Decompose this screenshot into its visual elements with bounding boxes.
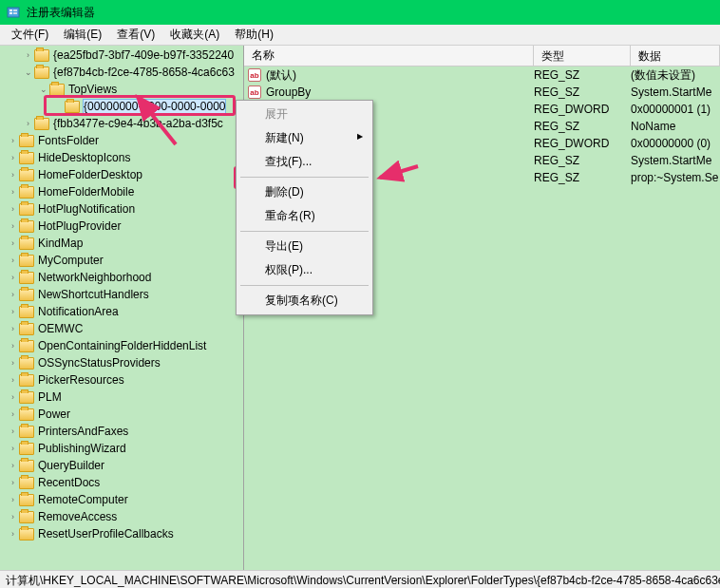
- folder-icon: [19, 443, 34, 455]
- list-row[interactable]: abGroupByREG_SZSystem.StartMe: [244, 84, 720, 101]
- folder-icon: [65, 101, 80, 113]
- column-data[interactable]: 数据: [631, 46, 720, 66]
- folder-icon: [19, 289, 34, 301]
- chevron-right-icon[interactable]: ›: [8, 495, 18, 505]
- tree-item[interactable]: ›PublishingWizard: [0, 440, 243, 457]
- tree-item[interactable]: ›OEMWC: [0, 320, 243, 337]
- chevron-right-icon[interactable]: ›: [23, 50, 33, 61]
- chevron-right-icon[interactable]: ›: [8, 324, 18, 334]
- svg-rect-3: [13, 9, 17, 11]
- menu-file[interactable]: 文件(F): [4, 25, 56, 45]
- tree-item[interactable]: ›Power: [0, 406, 243, 423]
- menu-help[interactable]: 帮助(H): [227, 25, 281, 45]
- tree-item[interactable]: ⌄TopViews: [0, 81, 243, 98]
- chevron-right-icon[interactable]: ›: [8, 273, 18, 283]
- context-menu[interactable]: 展开 新建(N) 查找(F)... 删除(D) 重命名(R) 导出(E) 权限(…: [236, 100, 373, 315]
- tree-item[interactable]: ›PLM: [0, 389, 243, 406]
- string-value-icon: ab: [248, 68, 261, 82]
- tree-item-label: Power: [38, 408, 70, 421]
- tree-item[interactable]: ›NotificationArea: [0, 303, 243, 320]
- chevron-right-icon[interactable]: ›: [8, 204, 18, 215]
- tree-item[interactable]: ›KindMap: [0, 235, 243, 252]
- chevron-right-icon[interactable]: ›: [8, 221, 18, 232]
- tree-item[interactable]: ›PrintersAndFaxes: [0, 423, 243, 440]
- tree-item[interactable]: {00000000-0000-0000-0000: [0, 98, 243, 115]
- chevron-right-icon[interactable]: ›: [8, 238, 18, 249]
- chevron-down-icon[interactable]: ⌄: [38, 85, 48, 95]
- tree-item[interactable]: ›{fbb3477e-c9e4-4b3b-a2ba-d3f5c: [0, 115, 243, 132]
- folder-icon: [19, 374, 34, 387]
- value-data: 0x00000001 (1): [631, 103, 720, 116]
- tree-item[interactable]: ›PickerResources: [0, 371, 243, 389]
- tree-item[interactable]: ›RecentDocs: [0, 474, 243, 491]
- folder-icon: [19, 391, 34, 404]
- ctx-export[interactable]: 导出(E): [238, 235, 370, 258]
- chevron-right-icon[interactable]: ›: [8, 461, 18, 471]
- tree-item[interactable]: ›OSSyncStatusProviders: [0, 354, 243, 371]
- tree-item[interactable]: ›RemoveAccess: [0, 508, 243, 525]
- chevron-right-icon[interactable]: ›: [8, 392, 18, 403]
- tree-item[interactable]: ›NetworkNeighborhood: [0, 269, 243, 286]
- chevron-right-icon[interactable]: ›: [8, 478, 18, 488]
- menu-favorites[interactable]: 收藏夹(A): [162, 25, 227, 45]
- tree-item[interactable]: ›RemoteComputer: [0, 491, 243, 508]
- chevron-down-icon[interactable]: ⌄: [23, 67, 33, 78]
- folder-icon: [19, 460, 34, 472]
- tree-item[interactable]: ›QueryBuilder: [0, 457, 243, 474]
- chevron-right-icon[interactable]: ›: [8, 136, 18, 146]
- chevron-right-icon[interactable]: ›: [8, 187, 18, 198]
- chevron-right-icon[interactable]: ›: [8, 427, 18, 437]
- chevron-right-icon[interactable]: ›: [8, 341, 18, 351]
- ctx-find[interactable]: 查找(F)...: [238, 150, 370, 174]
- tree-item-label: OSSyncStatusProviders: [38, 356, 161, 370]
- chevron-right-icon[interactable]: ›: [8, 409, 18, 420]
- chevron-right-icon[interactable]: ›: [8, 358, 18, 369]
- chevron-right-icon[interactable]: ›: [8, 307, 18, 317]
- folder-icon: [19, 340, 34, 352]
- tree-item[interactable]: ›HomeFolderMobile: [0, 183, 243, 200]
- ctx-new[interactable]: 新建(N): [238, 126, 370, 150]
- tree-item[interactable]: ›OpenContainingFolderHiddenList: [0, 337, 243, 354]
- separator: [240, 177, 369, 178]
- chevron-right-icon[interactable]: ›: [8, 375, 18, 386]
- folder-icon: [19, 306, 34, 318]
- folder-icon: [19, 237, 34, 250]
- tree-item[interactable]: ›HomeFolderDesktop: [0, 166, 243, 183]
- tree-view[interactable]: ›{ea25fbd7-3bf7-409e-b97f-3352240⌄{ef87b…: [0, 46, 244, 570]
- svg-rect-1: [9, 9, 12, 11]
- chevron-right-icon[interactable]: ›: [8, 153, 18, 163]
- tree-item[interactable]: ›FontsFolder: [0, 132, 243, 149]
- ctx-copy-key-name[interactable]: 复制项名称(C): [238, 289, 370, 313]
- ctx-delete[interactable]: 删除(D): [238, 180, 370, 204]
- chevron-right-icon[interactable]: ›: [8, 290, 18, 300]
- chevron-right-icon[interactable]: ›: [23, 119, 33, 129]
- tree-item-label: RecentDocs: [38, 476, 100, 489]
- value-type: REG_DWORD: [534, 103, 631, 116]
- chevron-right-icon[interactable]: ›: [8, 444, 18, 454]
- ctx-rename[interactable]: 重命名(R): [238, 204, 370, 228]
- tree-item[interactable]: ›{ea25fbd7-3bf7-409e-b97f-3352240: [0, 47, 243, 64]
- chevron-right-icon[interactable]: ›: [8, 256, 18, 266]
- folder-icon: [49, 84, 65, 96]
- column-type[interactable]: 类型: [534, 46, 631, 66]
- list-header[interactable]: 名称 类型 数据: [244, 46, 720, 66]
- chevron-right-icon[interactable]: ›: [8, 512, 18, 522]
- chevron-right-icon[interactable]: ›: [8, 529, 18, 540]
- value-data: System.StartMe: [631, 85, 720, 99]
- tree-item[interactable]: ›ResetUserProfileCallbacks: [0, 525, 243, 542]
- list-row[interactable]: ab(默认)REG_SZ(数值未设置): [244, 66, 720, 84]
- menu-view[interactable]: 查看(V): [109, 25, 162, 45]
- tree-item-label: PublishingWizard: [38, 442, 126, 455]
- menu-edit[interactable]: 编辑(E): [56, 25, 109, 45]
- menu-bar[interactable]: 文件(F) 编辑(E) 查看(V) 收藏夹(A) 帮助(H): [0, 25, 720, 46]
- tree-item[interactable]: ›NewShortcutHandlers: [0, 286, 243, 303]
- tree-item[interactable]: ⌄{ef87b4cb-f2ce-4785-8658-4ca6c63: [0, 64, 243, 81]
- ctx-permissions[interactable]: 权限(P)...: [238, 258, 370, 282]
- chevron-right-icon[interactable]: ›: [8, 170, 18, 180]
- folder-icon: [19, 528, 34, 541]
- column-name[interactable]: 名称: [244, 46, 534, 66]
- tree-item[interactable]: ›HotPlugProvider: [0, 218, 243, 235]
- tree-item[interactable]: ›HotPlugNotification: [0, 200, 243, 218]
- tree-item[interactable]: ›HideDesktopIcons: [0, 149, 243, 166]
- tree-item[interactable]: ›MyComputer: [0, 252, 243, 269]
